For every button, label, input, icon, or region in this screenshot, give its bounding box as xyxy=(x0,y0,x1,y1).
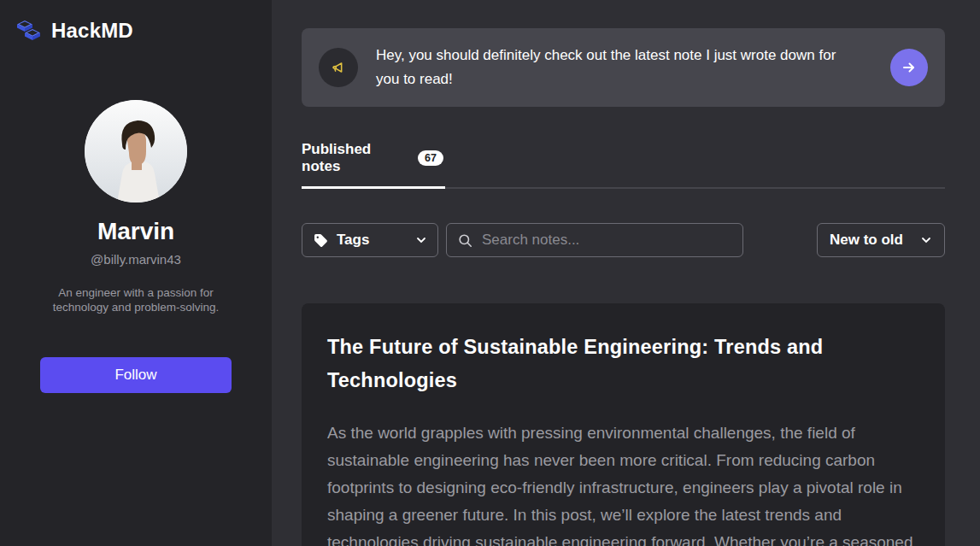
search-icon xyxy=(457,232,473,249)
filter-row: Tags New to old xyxy=(302,223,945,257)
follow-button[interactable]: Follow xyxy=(40,357,232,393)
tag-icon xyxy=(313,232,329,249)
hackmd-logo[interactable]: HackMD xyxy=(0,0,133,44)
chevron-down-icon xyxy=(415,234,427,246)
tab-published-notes-label: Published notes xyxy=(302,141,411,175)
search-notes-input[interactable] xyxy=(482,232,732,249)
brand-name: HackMD xyxy=(51,19,133,43)
published-notes-count-badge: 67 xyxy=(418,150,443,166)
search-notes-box xyxy=(446,223,743,257)
hackmd-logo-icon xyxy=(14,17,44,44)
notes-tab-bar: Published notes 67 xyxy=(302,132,945,189)
main-content: Hey, you should definitely check out the… xyxy=(272,0,980,546)
chevron-down-icon xyxy=(920,234,932,246)
sort-dropdown[interactable]: New to old xyxy=(817,223,945,257)
note-card[interactable]: The Future of Sustainable Engineering: T… xyxy=(302,303,945,546)
profile-name: Marvin xyxy=(97,218,174,245)
note-title: The Future of Sustainable Engineering: T… xyxy=(327,331,857,397)
announcement-banner: Hey, you should definitely check out the… xyxy=(302,28,945,107)
profile-sidebar: HackMD Marvin @billy.marvin43 An enginee… xyxy=(0,0,272,546)
profile-handle: @billy.marvin43 xyxy=(91,252,181,267)
announcement-message: Hey, you should definitely check out the… xyxy=(376,44,854,91)
tags-dropdown[interactable]: Tags xyxy=(302,223,438,257)
tab-published-notes[interactable]: Published notes 67 xyxy=(302,132,445,187)
note-excerpt: As the world grapples with pressing envi… xyxy=(327,420,915,546)
profile-avatar xyxy=(85,100,187,203)
sort-dropdown-label: New to old xyxy=(830,232,903,249)
profile-bio: An engineer with a passion for technolog… xyxy=(38,285,234,314)
megaphone-icon xyxy=(319,48,358,87)
tags-dropdown-label: Tags xyxy=(337,232,369,249)
arrow-right-button[interactable] xyxy=(890,49,928,86)
arrow-right-icon xyxy=(901,59,918,76)
